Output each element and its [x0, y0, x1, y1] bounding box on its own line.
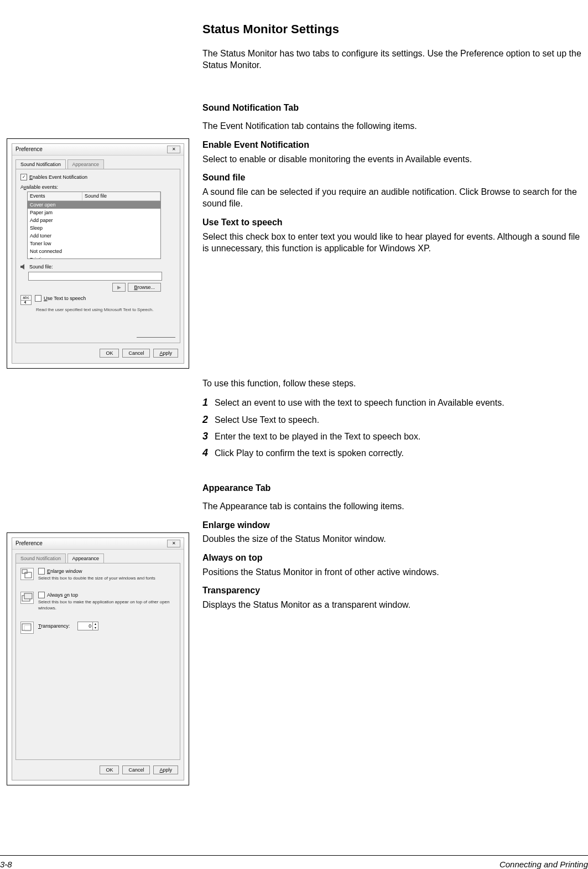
- step-number: 2: [202, 413, 215, 426]
- speaker-icon: [20, 263, 27, 270]
- soundfile-field-label: Sound file:: [29, 263, 53, 270]
- enable-label: Enable Event Notification: [202, 139, 583, 151]
- svg-marker-1: [22, 301, 26, 304]
- list-item[interactable]: Add toner: [28, 232, 160, 240]
- steps-intro: To use this function, follow these steps…: [202, 377, 583, 390]
- tab-appearance[interactable]: Appearance: [67, 554, 105, 563]
- soundfile-input[interactable]: [28, 272, 162, 281]
- cancel-button[interactable]: Cancel: [122, 765, 150, 774]
- tts-hint: Read the user specified text using Micro…: [36, 307, 175, 313]
- step-text: Select an event to use with the text to …: [215, 396, 583, 409]
- transparency-label: Transparency:: [38, 623, 70, 629]
- col-soundfile: Sound file: [82, 192, 160, 200]
- step-row: 4 Click Play to confirm the text is spok…: [202, 446, 583, 459]
- dialog-title: Preference: [15, 540, 43, 547]
- step-number: 1: [202, 396, 215, 409]
- step-number: 4: [202, 446, 215, 459]
- transparency-icon: [20, 622, 34, 634]
- list-item[interactable]: Not connected: [28, 247, 160, 255]
- always-on-top-icon: [20, 592, 34, 604]
- always-on-top-checkbox[interactable]: [38, 592, 45, 598]
- ontop-desc: Positions the Status Monitor in front of…: [202, 566, 583, 578]
- page-number: 3-8: [0, 859, 12, 869]
- list-item[interactable]: Printing: [28, 256, 160, 260]
- enable-desc: Select to enable or disable monitoring t…: [202, 153, 583, 165]
- transp-desc: Displays the Status Monitor as a transpa…: [202, 599, 583, 611]
- soundfile-label: Sound file: [202, 172, 583, 184]
- tab-sound-notification[interactable]: Sound Notification: [15, 159, 66, 169]
- text-to-speech-icon: abc: [20, 295, 32, 305]
- transp-label: Transparency: [202, 584, 583, 597]
- list-item[interactable]: Sleep: [28, 224, 160, 232]
- step-number: 3: [202, 430, 215, 443]
- step-row: 2 Select Use Text to speech.: [202, 413, 583, 426]
- events-listbox[interactable]: Events Sound file Cover open Paper jam A…: [27, 192, 161, 259]
- always-on-top-label: Always on top: [47, 592, 78, 598]
- sound-tab-heading: Sound Notification Tab: [202, 102, 583, 114]
- browse-button[interactable]: Browse...: [128, 283, 161, 292]
- list-item[interactable]: Toner low: [28, 240, 160, 247]
- cancel-button[interactable]: Cancel: [122, 349, 150, 358]
- enlarge-label: Enlarge window: [202, 519, 583, 531]
- ok-button[interactable]: OK: [100, 765, 119, 774]
- enlarge-window-icon: [20, 568, 34, 580]
- step-row: 3 Enter the text to be played in the Tex…: [202, 430, 583, 443]
- close-icon[interactable]: ✕: [167, 540, 180, 547]
- appearance-intro: The Appearance tab is contains the follo…: [202, 500, 583, 513]
- svg-rect-6: [22, 624, 31, 630]
- tab-sound-notification[interactable]: Sound Notification: [15, 554, 66, 563]
- enlarge-window-desc: Select this box to double the size of yo…: [38, 576, 175, 582]
- always-on-top-desc: Select this box to make the application …: [38, 599, 175, 612]
- appearance-heading: Appearance Tab: [202, 482, 583, 494]
- svg-rect-5: [24, 593, 32, 599]
- step-row: 1 Select an event to use with the text t…: [202, 396, 583, 409]
- enable-event-checkbox[interactable]: ✓: [20, 174, 27, 180]
- list-item[interactable]: Paper jam: [28, 209, 160, 216]
- step-text: Enter the text to be played in the Text …: [215, 430, 583, 443]
- play-button[interactable]: ▶: [112, 283, 126, 292]
- enlarge-window-checkbox[interactable]: [38, 568, 45, 575]
- available-events-label: Available events:: [20, 184, 175, 190]
- tab-appearance[interactable]: Appearance: [67, 159, 105, 169]
- page-footer: 3-8 Connecting and Printing: [0, 855, 588, 859]
- apply-button[interactable]: Apply: [153, 349, 178, 358]
- col-events: Events: [28, 192, 82, 200]
- apply-button[interactable]: Apply: [153, 765, 178, 774]
- chevron-up-icon[interactable]: ▴: [92, 622, 98, 626]
- enlarge-window-label: Enlarge window: [47, 568, 82, 575]
- step-text: Click Play to confirm the text is spoken…: [215, 446, 583, 459]
- step-text: Select Use Text to speech.: [215, 413, 583, 426]
- close-icon[interactable]: ✕: [167, 146, 180, 153]
- screenshot-preference-sound: Preference ✕ Sound Notification Appearan…: [7, 138, 189, 369]
- intro-paragraph: The Status Monitor has two tabs to confi…: [202, 48, 583, 71]
- list-item[interactable]: Cover open: [28, 201, 160, 209]
- list-item[interactable]: Add paper: [28, 216, 160, 224]
- dialog-title: Preference: [15, 146, 43, 153]
- screenshot-preference-appearance: Preference ✕ Sound Notification Appearan…: [7, 532, 189, 785]
- chevron-down-icon[interactable]: ▾: [92, 626, 98, 630]
- svg-marker-0: [20, 264, 24, 270]
- page-title: Status Monitor Settings: [202, 21, 583, 38]
- section-name: Connecting and Printing: [499, 859, 588, 869]
- ok-button[interactable]: OK: [100, 349, 119, 358]
- sound-tab-intro: The Event Notification tab contains the …: [202, 120, 583, 132]
- enlarge-desc: Doubles the size of the Status Monitor w…: [202, 533, 583, 545]
- soundfile-desc: A sound file can be selected if you requ…: [202, 186, 583, 210]
- use-tts-checkbox[interactable]: [35, 295, 41, 302]
- transparency-stepper[interactable]: ▴▾: [77, 622, 98, 630]
- use-tts-label: Use Text to speech: [44, 295, 86, 302]
- transparency-value[interactable]: [78, 623, 92, 629]
- tts-desc: Select this check box to enter text you …: [202, 231, 583, 255]
- ontop-label: Always on top: [202, 552, 583, 564]
- tts-label: Use Text to speech: [202, 216, 583, 229]
- enable-event-label: Enables Event Notification: [29, 174, 87, 180]
